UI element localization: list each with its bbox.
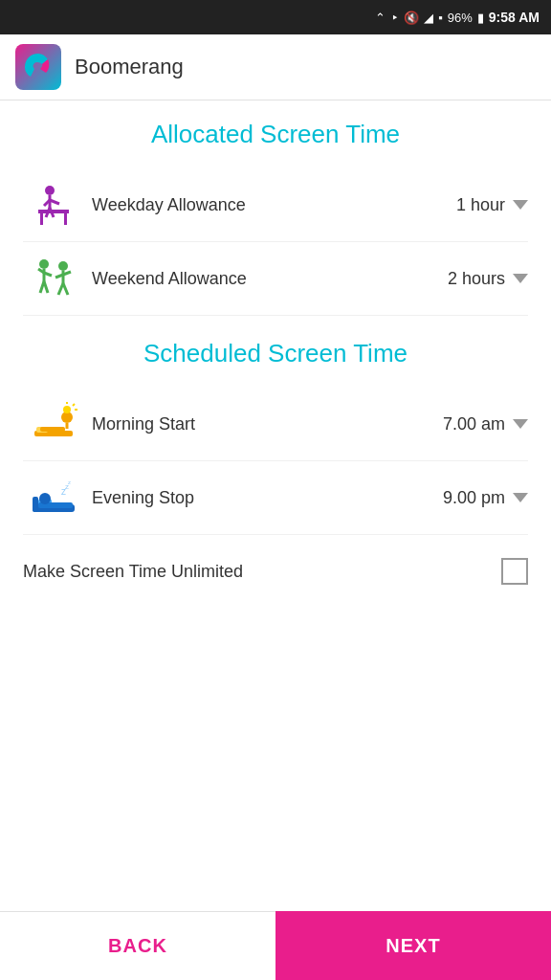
status-time: 9:58 AM — [489, 10, 540, 25]
app-title: Boomerang — [75, 55, 184, 79]
weekday-allowance-row[interactable]: Weekday Allowance 1 hour — [23, 168, 528, 242]
evening-dropdown-arrow — [513, 493, 528, 502]
svg-rect-0 — [38, 210, 69, 213]
evening-stop-value: 9.00 pm — [429, 488, 505, 508]
weekday-allowance-label: Weekday Allowance — [84, 195, 429, 215]
unlimited-checkbox[interactable] — [501, 558, 528, 585]
status-bar: ⌃ ‣ 🔇 ◢ ▪ 96% ▮ 9:58 AM — [0, 0, 551, 34]
morning-start-value: 7.00 am — [429, 414, 505, 434]
evening-stop-label: Evening Stop — [84, 488, 429, 508]
svg-rect-31 — [33, 497, 38, 512]
svg-rect-2 — [64, 213, 67, 225]
morning-value-wrap[interactable]: 7.00 am — [429, 414, 528, 434]
bluetooth-icon: ‣ — [391, 11, 399, 25]
status-icons: ‣ 🔇 ◢ ▪ 96% ▮ 9:58 AM — [391, 10, 540, 25]
weekend-value-wrap[interactable]: 2 hours — [429, 269, 528, 289]
weekend-dropdown-arrow — [513, 274, 528, 283]
weekday-value-wrap[interactable]: 1 hour — [429, 195, 528, 215]
morning-dropdown-arrow — [513, 419, 528, 429]
svg-point-9 — [39, 259, 49, 269]
morning-icon — [23, 399, 84, 449]
weekend-allowance-row[interactable]: Weekend Allowance 2 hours — [23, 242, 528, 316]
svg-line-20 — [63, 283, 68, 295]
svg-rect-1 — [40, 213, 43, 225]
weekend-icon — [23, 254, 84, 303]
svg-line-14 — [44, 281, 48, 293]
signal-icon: ▪ — [438, 11, 443, 25]
evening-value-wrap[interactable]: 9.00 pm — [429, 488, 528, 508]
back-button[interactable]: BACK — [0, 911, 276, 980]
wifi-icon: ◢ — [424, 11, 433, 25]
morning-start-label: Morning Start — [84, 414, 429, 434]
weekend-allowance-label: Weekend Allowance — [84, 269, 429, 289]
next-button[interactable]: NEXT — [276, 911, 551, 980]
unlimited-row[interactable]: Make Screen Time Unlimited — [23, 535, 528, 596]
weekday-dropdown-arrow — [513, 200, 528, 210]
bottom-buttons: BACK NEXT — [0, 911, 551, 980]
volume-icon: 🔇 — [404, 11, 419, 25]
scheduled-section: Scheduled Screen Time — [23, 339, 528, 535]
morning-start-row[interactable]: Morning Start 7.00 am — [23, 388, 528, 461]
svg-text:z: z — [68, 479, 71, 485]
unlimited-label: Make Screen Time Unlimited — [23, 562, 501, 582]
weekday-allowance-value: 1 hour — [429, 195, 505, 215]
weekday-icon — [23, 180, 84, 230]
evening-stop-row[interactable]: z z z Evening Stop 9.00 pm — [23, 461, 528, 535]
svg-point-3 — [45, 186, 55, 195]
app-header: Boomerang — [0, 34, 551, 100]
status-up-arrow: ⌃ — [375, 11, 386, 25]
svg-line-28 — [73, 404, 75, 406]
svg-point-26 — [63, 406, 71, 413]
allocated-section-title: Allocated Screen Time — [23, 120, 528, 149]
app-logo — [15, 44, 61, 90]
svg-point-15 — [58, 261, 68, 271]
battery-percent: 96% — [448, 11, 473, 25]
weekend-allowance-value: 2 hours — [429, 269, 505, 289]
battery-icon: ▮ — [477, 11, 484, 25]
main-content: Allocated Screen Time — [0, 100, 551, 911]
scheduled-section-title: Scheduled Screen Time — [23, 339, 528, 368]
svg-line-8 — [50, 208, 54, 217]
svg-rect-24 — [40, 427, 65, 432]
evening-icon: z z z — [23, 473, 84, 523]
svg-point-34 — [39, 493, 51, 504]
allocated-section: Allocated Screen Time — [23, 120, 528, 316]
